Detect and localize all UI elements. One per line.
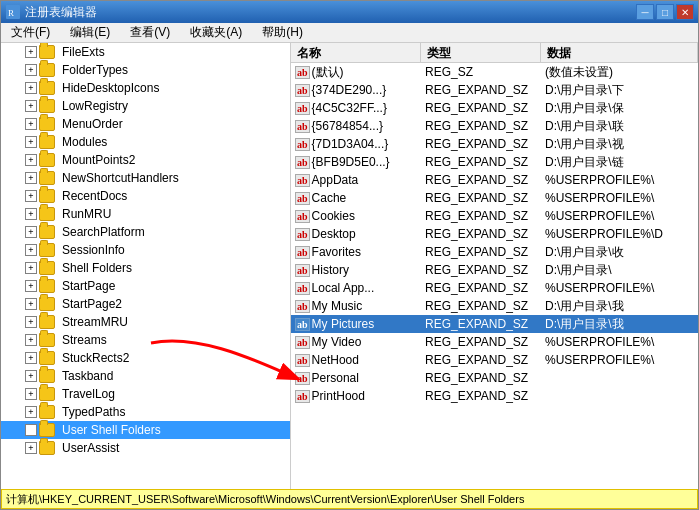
menu-favorites[interactable]: 收藏夹(A)	[184, 22, 248, 43]
tree-item[interactable]: +RecentDocs	[1, 187, 290, 205]
list-item[interactable]: ab{BFB9D5E0...}REG_EXPAND_SZD:\用户目录\链	[291, 153, 698, 171]
expand-button[interactable]: +	[25, 442, 37, 454]
tree-item[interactable]: +RunMRU	[1, 205, 290, 223]
registry-list[interactable]: ab(默认)REG_SZ(数值未设置)ab{374DE290...}REG_EX…	[291, 63, 698, 489]
tree-item[interactable]: +StartPage	[1, 277, 290, 295]
reg-value-name: NetHood	[312, 353, 359, 367]
expand-button[interactable]: +	[25, 226, 37, 238]
tree-item[interactable]: +StartPage2	[1, 295, 290, 313]
tree-item[interactable]: +TravelLog	[1, 385, 290, 403]
tree-item[interactable]: +Streams	[1, 331, 290, 349]
expand-button[interactable]: +	[25, 46, 37, 58]
expand-button[interactable]: +	[25, 100, 37, 112]
reg-value-icon: ab	[295, 300, 310, 313]
menu-help[interactable]: 帮助(H)	[256, 22, 309, 43]
expand-button[interactable]: +	[25, 208, 37, 220]
tree-item[interactable]: +UserAssist	[1, 439, 290, 457]
menu-view[interactable]: 查看(V)	[124, 22, 176, 43]
expand-button[interactable]: +	[25, 388, 37, 400]
expand-button[interactable]: +	[25, 244, 37, 256]
list-item[interactable]: abCookiesREG_EXPAND_SZ%USERPROFILE%\	[291, 207, 698, 225]
list-item[interactable]: abPersonalREG_EXPAND_SZ	[291, 369, 698, 387]
close-button[interactable]: ✕	[676, 4, 694, 20]
cell-type: REG_EXPAND_SZ	[421, 82, 541, 98]
col-header-name[interactable]: 名称	[291, 43, 421, 62]
tree-item[interactable]: +FileExts	[1, 43, 290, 61]
list-item[interactable]: ab(默认)REG_SZ(数值未设置)	[291, 63, 698, 81]
tree-item[interactable]: +MountPoints2	[1, 151, 290, 169]
list-item[interactable]: abMy VideoREG_EXPAND_SZ%USERPROFILE%\	[291, 333, 698, 351]
expand-button[interactable]: +	[25, 316, 37, 328]
tree-item[interactable]: +NewShortcutHandlers	[1, 169, 290, 187]
cell-name: ab{56784854...}	[291, 118, 421, 134]
expand-button[interactable]: +	[25, 136, 37, 148]
tree-item[interactable]: +Shell Folders	[1, 259, 290, 277]
restore-button[interactable]: □	[656, 4, 674, 20]
tree-item[interactable]: +FolderTypes	[1, 61, 290, 79]
left-pane[interactable]: +FileExts+FolderTypes+HideDesktopIcons+L…	[1, 43, 291, 489]
tree-item[interactable]: +TypedPaths	[1, 403, 290, 421]
menu-edit[interactable]: 编辑(E)	[64, 22, 116, 43]
list-item[interactable]: ab{7D1D3A04...}REG_EXPAND_SZD:\用户目录\视	[291, 135, 698, 153]
cell-data: D:\用户目录\保	[541, 99, 698, 118]
col-header-data[interactable]: 数据	[541, 43, 698, 62]
list-item[interactable]: abFavoritesREG_EXPAND_SZD:\用户目录\收	[291, 243, 698, 261]
cell-type: REG_EXPAND_SZ	[421, 136, 541, 152]
expand-button[interactable]: +	[25, 406, 37, 418]
list-item[interactable]: abDesktopREG_EXPAND_SZ%USERPROFILE%\D	[291, 225, 698, 243]
list-item[interactable]: abCacheREG_EXPAND_SZ%USERPROFILE%\	[291, 189, 698, 207]
tree-item[interactable]: +User Shell Folders	[1, 421, 290, 439]
list-item[interactable]: ab{4C5C32FF...}REG_EXPAND_SZD:\用户目录\保	[291, 99, 698, 117]
tree-item[interactable]: +StreamMRU	[1, 313, 290, 331]
expand-button[interactable]: +	[25, 118, 37, 130]
tree-item[interactable]: +HideDesktopIcons	[1, 79, 290, 97]
cell-data: %USERPROFILE%\D	[541, 226, 698, 242]
reg-value-name: AppData	[312, 173, 359, 187]
tree-item[interactable]: +Taskband	[1, 367, 290, 385]
list-item[interactable]: ab{56784854...}REG_EXPAND_SZD:\用户目录\联	[291, 117, 698, 135]
tree-item[interactable]: +MenuOrder	[1, 115, 290, 133]
expand-button[interactable]: +	[25, 172, 37, 184]
tree-item[interactable]: +Modules	[1, 133, 290, 151]
cell-type: REG_EXPAND_SZ	[421, 154, 541, 170]
col-header-type[interactable]: 类型	[421, 43, 541, 62]
reg-value-name: Favorites	[312, 245, 361, 259]
expand-button[interactable]: +	[25, 352, 37, 364]
minimize-button[interactable]: ─	[636, 4, 654, 20]
expand-button[interactable]: +	[25, 280, 37, 292]
cell-name: abFavorites	[291, 244, 421, 260]
tree-item[interactable]: +SessionInfo	[1, 241, 290, 259]
tree-item-label: StartPage	[62, 279, 115, 293]
list-item[interactable]: abNetHoodREG_EXPAND_SZ%USERPROFILE%\	[291, 351, 698, 369]
expand-button[interactable]: +	[25, 82, 37, 94]
expand-button[interactable]: +	[25, 64, 37, 76]
expand-button[interactable]: +	[25, 262, 37, 274]
list-item[interactable]: abPrintHoodREG_EXPAND_SZ	[291, 387, 698, 405]
expand-button[interactable]: +	[25, 334, 37, 346]
tree-item[interactable]: +SearchPlatform	[1, 223, 290, 241]
reg-value-icon: ab	[295, 102, 310, 115]
reg-value-icon: ab	[295, 138, 310, 151]
cell-data: D:\用户目录\我	[541, 297, 698, 316]
reg-value-icon: ab	[295, 354, 310, 367]
reg-value-icon: ab	[295, 336, 310, 349]
tree-item[interactable]: +LowRegistry	[1, 97, 290, 115]
expand-button[interactable]: +	[25, 424, 37, 436]
reg-value-name: {4C5C32FF...}	[312, 101, 387, 115]
list-item[interactable]: ab{374DE290...}REG_EXPAND_SZD:\用户目录\下	[291, 81, 698, 99]
status-text: 计算机\HKEY_CURRENT_USER\Software\Microsoft…	[6, 492, 524, 507]
list-item[interactable]: abMy MusicREG_EXPAND_SZD:\用户目录\我	[291, 297, 698, 315]
expand-button[interactable]: +	[25, 370, 37, 382]
list-item[interactable]: abLocal App...REG_EXPAND_SZ%USERPROFILE%…	[291, 279, 698, 297]
expand-button[interactable]: +	[25, 298, 37, 310]
menu-file[interactable]: 文件(F)	[5, 22, 56, 43]
tree-item[interactable]: +StuckRects2	[1, 349, 290, 367]
list-item[interactable]: abMy PicturesREG_EXPAND_SZD:\用户目录\我	[291, 315, 698, 333]
cell-name: abMy Music	[291, 298, 421, 314]
list-item[interactable]: abAppDataREG_EXPAND_SZ%USERPROFILE%\	[291, 171, 698, 189]
list-item[interactable]: abHistoryREG_EXPAND_SZD:\用户目录\	[291, 261, 698, 279]
expand-button[interactable]: +	[25, 154, 37, 166]
expand-button[interactable]: +	[25, 190, 37, 202]
folder-icon	[39, 261, 55, 275]
reg-value-icon: ab	[295, 66, 310, 79]
